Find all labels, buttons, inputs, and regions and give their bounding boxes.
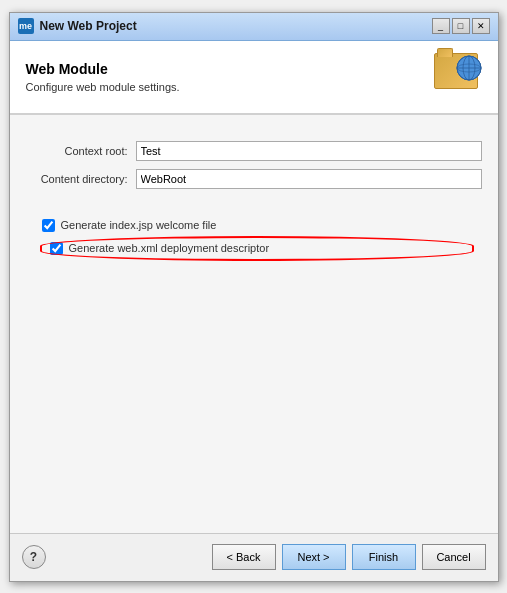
context-root-input[interactable]	[136, 141, 482, 161]
globe-icon	[456, 55, 482, 81]
next-button[interactable]: Next >	[282, 544, 346, 570]
content-directory-input[interactable]	[136, 169, 482, 189]
dialog-content: Web Module Configure web module settings…	[10, 41, 498, 581]
section-title: Web Module	[26, 61, 434, 77]
header-divider	[10, 114, 498, 115]
generate-index-label: Generate index.jsp welcome file	[61, 219, 217, 231]
content-directory-label: Content directory:	[26, 173, 136, 185]
app-icon: me	[18, 18, 34, 34]
window-title: New Web Project	[40, 19, 432, 33]
generate-index-row: Generate index.jsp welcome file	[42, 219, 482, 232]
form-section: Context root: Content directory: Generat…	[10, 125, 498, 533]
generate-webxml-label: Generate web.xml deployment descriptor	[69, 242, 270, 254]
close-button[interactable]: ✕	[472, 18, 490, 34]
section-subtitle: Configure web module settings.	[26, 81, 434, 93]
header-text: Web Module Configure web module settings…	[26, 61, 434, 93]
minimize-button[interactable]: _	[432, 18, 450, 34]
generate-index-checkbox[interactable]	[42, 219, 55, 232]
context-root-row: Context root:	[26, 141, 482, 161]
help-button[interactable]: ?	[22, 545, 46, 569]
maximize-button[interactable]: □	[452, 18, 470, 34]
header-icon	[434, 53, 482, 101]
cancel-button[interactable]: Cancel	[422, 544, 486, 570]
content-directory-row: Content directory:	[26, 169, 482, 189]
generate-webxml-checkbox[interactable]	[50, 242, 63, 255]
window-controls: _ □ ✕	[432, 18, 490, 34]
generate-webxml-row: Generate web.xml deployment descriptor	[42, 238, 482, 259]
finish-button[interactable]: Finish	[352, 544, 416, 570]
bottom-bar: ? < Back Next > Finish Cancel	[10, 533, 498, 581]
main-window: me New Web Project _ □ ✕ Web Module Conf…	[9, 12, 499, 582]
context-root-label: Context root:	[26, 145, 136, 157]
header-section: Web Module Configure web module settings…	[10, 41, 498, 114]
title-bar: me New Web Project _ □ ✕	[10, 13, 498, 41]
back-button[interactable]: < Back	[212, 544, 276, 570]
